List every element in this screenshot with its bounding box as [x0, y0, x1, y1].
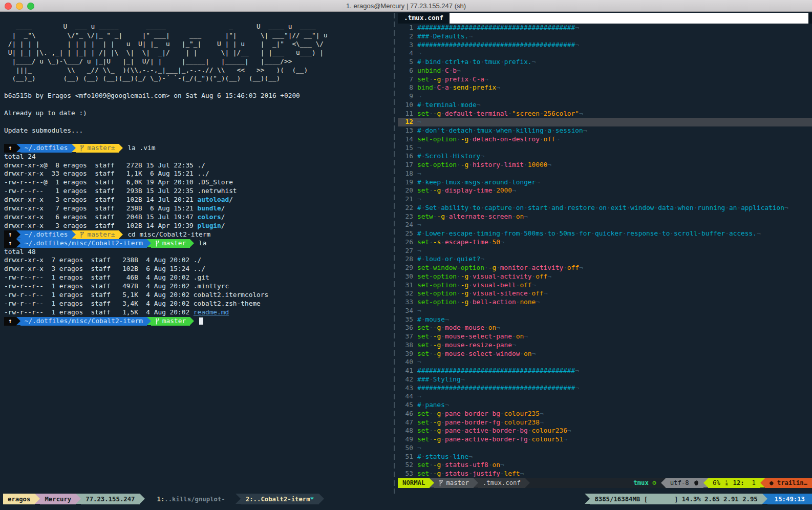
token: ########################################: [417, 367, 575, 374]
tmux-bar-right: 8385/16384MB [ ] 14.3% 2.65 2.91 2.9515:…: [585, 494, 812, 504]
eol-mark: ¬: [500, 461, 504, 469]
eol-mark: ¬: [544, 289, 548, 297]
token: display-time: [445, 186, 492, 194]
eol-mark: ¬: [547, 272, 551, 280]
tmux-window-item-active[interactable]: 2:..Cobalt2-iterm*: [241, 494, 319, 504]
line-number: 5: [398, 58, 417, 67]
file-name: ../: [194, 265, 205, 272]
token: #: [417, 58, 421, 66]
token: C-a: [437, 83, 449, 91]
statusline-filename: .tmux.conf: [478, 478, 525, 488]
vim-line-text: set·-g·pane-active-border-bg·colour236¬: [417, 427, 571, 435]
close-button[interactable]: [5, 3, 12, 10]
eol-mark: ¬: [575, 367, 579, 374]
file-row: drwxr-xr-x 3 eragos staff 102B 6 Aug 15:…: [4, 265, 396, 273]
token: tmux: [445, 178, 461, 186]
line-number: 46: [398, 410, 417, 418]
shell-pane[interactable]: ____ U ___ u _____ _____ _ U ____ u ____…: [0, 12, 396, 494]
line-number: 10: [398, 101, 417, 110]
vim-line-text: bind·C-a·send-prefix¬: [417, 83, 500, 92]
up-arrow-icon: ↑: [8, 144, 12, 153]
token: around: [484, 178, 508, 186]
vim-line-text: #·Set·ability·to·capture·on·start·and·re…: [417, 204, 788, 213]
file-meta: drwxr-xr-x 7 eragos staff 238B 4 Aug 20:…: [4, 256, 194, 264]
whitespace-dot: ·: [429, 470, 433, 477]
token: unbind: [417, 67, 441, 74]
token: mode-mouse: [445, 324, 484, 331]
file-row: -rw-r--r-- 1 eragos staff 46B 4 Aug 20:0…: [4, 273, 396, 282]
powerline-separator-icon: [760, 478, 765, 487]
tmux-pane-divider[interactable]: [394, 13, 395, 494]
line-number: 28: [398, 255, 417, 264]
file-meta: drwxr-xr-x@ 8 eragos staff 272B 15 Jul 2…: [4, 161, 198, 169]
mode-indicator: NORMAL: [398, 478, 430, 488]
eol-mark: ¬: [540, 410, 544, 417]
token: an: [729, 204, 737, 211]
line-number: 18: [398, 169, 417, 178]
whitespace-dot: ·: [496, 264, 500, 271]
token: set: [417, 332, 429, 340]
eol-mark: ¬: [480, 255, 484, 263]
command-text: cd misc/Cobalt2-iterm: [127, 230, 210, 239]
powerline-separator-icon: [16, 239, 20, 247]
vim-pane[interactable]: .tmux.conf 1############################…: [398, 13, 812, 494]
ascii-art-line: |____/ u \_)-\___/ u |_|U |_| U/| | |___…: [4, 57, 396, 66]
whitespace-dot: ·: [441, 470, 445, 477]
line-number: 33: [398, 298, 417, 307]
token: status-justify: [445, 470, 500, 477]
window-title: 1. eragos@Mercury | 77.23.155.247 (sh): [346, 2, 466, 10]
whitespace-dot: ·: [429, 186, 433, 194]
statusline-plugin: tmux ⚙: [629, 478, 660, 488]
token: visual-silence: [473, 289, 528, 297]
token: -g: [461, 298, 468, 306]
vim-buffer[interactable]: 1#######################################…: [398, 24, 812, 478]
token: pane-border-fg: [445, 418, 500, 426]
line-number: 45: [398, 401, 417, 410]
token: #: [417, 204, 421, 211]
vim-line: 9¬: [398, 92, 812, 101]
statusline-position: 6% LN 12: 1: [708, 478, 760, 488]
vim-line-text: set·-g·display-time·2000¬: [417, 186, 516, 195]
fullscreen-button[interactable]: [27, 3, 34, 10]
whitespace-dot: ·: [441, 238, 445, 246]
window-number: 1:: [157, 496, 165, 503]
token: on: [599, 204, 607, 211]
token: loud: [425, 255, 441, 263]
token: set: [417, 435, 429, 443]
whitespace-dot: ·: [441, 178, 445, 186]
token: ########################################: [417, 41, 575, 49]
vim-line: 53set·-g·status-justify·left¬: [398, 470, 812, 478]
whitespace-dot: ·: [441, 75, 445, 83]
titlebar[interactable]: 1. eragos@Mercury | 77.23.155.247 (sh): [0, 0, 812, 12]
eol-mark: ¬: [579, 110, 583, 117]
file-name: .minttyrc: [194, 282, 229, 290]
vim-line-text: set·-g·status-justify·left¬: [417, 470, 524, 478]
token: 500ms: [524, 229, 544, 237]
terminal-line: [4, 100, 396, 109]
vim-commandline: [398, 488, 812, 494]
vim-tab[interactable]: .tmux.conf: [398, 13, 450, 24]
token: terminal: [425, 101, 457, 109]
minimize-button[interactable]: [16, 3, 23, 10]
eol-mark: ¬: [461, 375, 465, 383]
file-meta: drwxr-xr-x 3 eragos staff 102B 6 Aug 15:…: [4, 265, 194, 272]
powerline-separator-icon: [119, 144, 123, 152]
token: on: [524, 350, 531, 357]
token: mouse-resize-pane: [445, 341, 512, 349]
window-name: ..kills/gnuplot-: [164, 496, 225, 503]
command-text: la .vim: [127, 144, 155, 153]
dir-name: plugin: [198, 222, 221, 229]
line-number: 15: [398, 144, 417, 153]
clock: 15:49:13: [767, 494, 812, 504]
whitespace-dot: ·: [725, 229, 729, 237]
tmux-window-item[interactable]: 1:..kills/gnuplot-: [152, 494, 230, 504]
whitespace-dot: ·: [623, 229, 627, 237]
powerline-separator-icon: [72, 230, 76, 239]
token: off: [536, 272, 547, 280]
vim-line-text: #·loud·or·quiet?¬: [417, 255, 484, 264]
file-row: drwxr-xr-x 3 eragos staff 102B 14 Apr 19…: [4, 222, 396, 230]
prompt-path-segment: ~/.dotfiles: [20, 144, 72, 153]
eol-mark: ¬: [575, 384, 579, 392]
prompt-branch-segment: master: [151, 239, 190, 248]
token: -g: [433, 341, 441, 349]
